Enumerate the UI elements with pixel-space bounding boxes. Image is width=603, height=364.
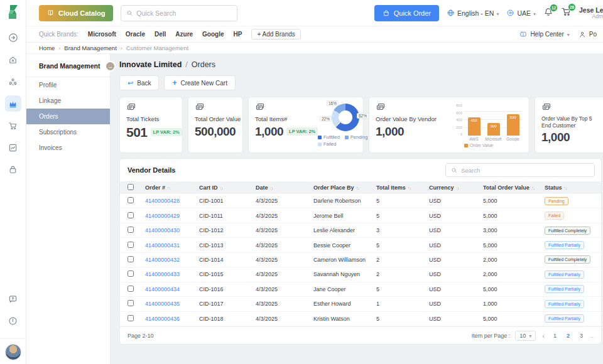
per-page-select[interactable]: 10 bbox=[515, 331, 536, 341]
cloud-catalog-button[interactable]: Cloud Catalog bbox=[39, 5, 113, 21]
portal-label: Po bbox=[589, 31, 597, 38]
placed-by-cell: Cameron Williamson bbox=[313, 257, 376, 263]
add-brands-button[interactable]: + Add Brands bbox=[251, 29, 300, 40]
help-center-dropdown[interactable]: Help Center bbox=[519, 31, 569, 38]
order-link[interactable]: 41400000429 bbox=[145, 213, 199, 219]
bar-microsoft: 300 bbox=[487, 123, 500, 136]
brand-dell[interactable]: Dell bbox=[155, 31, 166, 38]
analytics-icon[interactable] bbox=[5, 139, 21, 156]
region-dropdown[interactable]: UAE bbox=[506, 9, 536, 17]
icon-rail bbox=[0, 0, 26, 364]
sidebar-collapse-button[interactable]: → bbox=[105, 61, 116, 72]
col-total-items[interactable]: Total Items bbox=[376, 185, 429, 191]
select-all-checkbox[interactable] bbox=[128, 184, 134, 190]
col-cart-id[interactable]: Cart ID bbox=[199, 185, 256, 191]
total-tickets-card: Total Tickets 501 LP VAR: 2% bbox=[119, 97, 183, 153]
portal-menu[interactable]: Po bbox=[579, 31, 597, 38]
cart-id-cell: CID-1014 bbox=[199, 257, 256, 263]
breadcrumb-home[interactable]: Home bbox=[39, 45, 55, 51]
user-menu[interactable]: Jese Leo Adm bbox=[579, 6, 603, 20]
brand-management-icon[interactable] bbox=[5, 95, 21, 112]
order-link[interactable]: 41400000435 bbox=[145, 301, 199, 307]
sort-icon[interactable] bbox=[408, 185, 411, 191]
cart-rail-icon[interactable] bbox=[5, 117, 21, 134]
col-order[interactable]: Order # bbox=[145, 185, 199, 191]
sidebar-item-profile[interactable]: Profile bbox=[26, 77, 110, 93]
cart-id-cell: CID-1015 bbox=[199, 271, 256, 277]
order-link[interactable]: 41400000428 bbox=[145, 198, 199, 204]
quick-order-button[interactable]: Quick Order bbox=[374, 5, 439, 21]
brand-azure[interactable]: Azure bbox=[175, 31, 193, 38]
quick-search-input[interactable] bbox=[136, 9, 231, 17]
collapse-rail-icon[interactable] bbox=[5, 29, 21, 46]
placed-by-cell: Bessie Cooper bbox=[313, 242, 376, 249]
breadcrumb-brand-management[interactable]: Brand Management bbox=[64, 45, 116, 51]
col-currency[interactable]: Currency bbox=[429, 185, 483, 191]
sort-icon[interactable] bbox=[220, 185, 223, 191]
order-link[interactable]: 41400000433 bbox=[145, 271, 199, 277]
brand-oracle[interactable]: Oracle bbox=[126, 31, 145, 38]
sidebar-item-linkage[interactable]: Linkage bbox=[26, 93, 110, 109]
value-cell: 2,000 bbox=[483, 257, 545, 263]
col-order-place-by[interactable]: Order Place By bbox=[313, 185, 376, 191]
row-checkbox[interactable] bbox=[128, 256, 134, 262]
cart-button[interactable]: 26 bbox=[561, 6, 572, 19]
breadcrumb-customer-management: Customer Management bbox=[126, 45, 188, 51]
info-icon[interactable] bbox=[5, 313, 21, 329]
row-checkbox[interactable] bbox=[128, 300, 134, 306]
team-icon[interactable] bbox=[5, 73, 21, 90]
row-checkbox[interactable] bbox=[128, 315, 134, 321]
row-checkbox[interactable] bbox=[128, 197, 134, 203]
row-checkbox[interactable] bbox=[128, 242, 134, 248]
brand-microsoft[interactable]: Microsoft bbox=[88, 31, 116, 38]
page-1[interactable]: 1 bbox=[553, 333, 557, 339]
user-name: Jese Leo bbox=[579, 6, 603, 14]
user-avatar[interactable] bbox=[5, 344, 21, 360]
order-link[interactable]: 41400000432 bbox=[145, 257, 199, 263]
date-cell: 4/3/2025 bbox=[256, 301, 313, 307]
card-label: Order Value By Top 5 End Customer bbox=[541, 115, 595, 129]
table-search-input[interactable] bbox=[461, 167, 589, 174]
help-chat-icon[interactable] bbox=[5, 291, 21, 307]
table-row: 41400000436 CID-1018 4/3/2025 Kristin Wa… bbox=[120, 312, 601, 326]
status-badge: Fulfilled Partially bbox=[545, 241, 584, 249]
bag-icon[interactable] bbox=[5, 161, 21, 178]
notification-count-badge: 12 bbox=[550, 4, 558, 12]
notifications-button[interactable]: 12 bbox=[543, 7, 553, 19]
placed-by-cell: Savannah Nguyen bbox=[313, 271, 376, 277]
row-checkbox[interactable] bbox=[128, 270, 134, 277]
page-3[interactable]: 3 bbox=[580, 333, 583, 339]
row-checkbox[interactable] bbox=[128, 286, 134, 292]
sidebar-item-orders[interactable]: Orders bbox=[26, 109, 110, 124]
order-link[interactable]: 41400000436 bbox=[145, 316, 199, 322]
row-checkbox[interactable] bbox=[128, 212, 134, 218]
total-order-value-card: Total Order Value 500,000 bbox=[188, 97, 243, 153]
row-checkbox[interactable] bbox=[128, 227, 134, 233]
col-date[interactable]: Date bbox=[256, 185, 313, 191]
prev-page-icon[interactable]: ‹ bbox=[542, 332, 545, 340]
order-link[interactable]: 41400000431 bbox=[145, 242, 199, 249]
language-dropdown[interactable]: English - EN bbox=[447, 9, 499, 17]
sort-icon[interactable] bbox=[564, 185, 567, 191]
status-badge: Fulfilled Completely bbox=[545, 255, 590, 264]
create-new-cart-button[interactable]: Create New Cart bbox=[164, 75, 235, 90]
sort-icon[interactable] bbox=[167, 185, 170, 191]
quick-order-label: Quick Order bbox=[394, 9, 431, 17]
page-2[interactable]: 2 bbox=[567, 333, 570, 339]
col-total-order-value[interactable]: Total Order Value bbox=[483, 185, 545, 191]
back-button[interactable]: Back bbox=[119, 75, 159, 90]
order-link[interactable]: 41400000430 bbox=[145, 227, 199, 233]
brand-google[interactable]: Google bbox=[202, 31, 224, 38]
sort-icon[interactable] bbox=[356, 185, 359, 191]
home-icon[interactable] bbox=[5, 51, 21, 68]
sort-icon[interactable] bbox=[456, 185, 459, 191]
sidebar-item-subscriptions[interactable]: Subscriptions bbox=[26, 124, 110, 140]
donut-label-fulfilled: 62% bbox=[357, 113, 369, 119]
items-cell: 3 bbox=[376, 227, 429, 233]
sort-icon[interactable] bbox=[270, 185, 273, 191]
sidebar-item-invoices[interactable]: Invoices bbox=[26, 140, 110, 156]
brand-hp[interactable]: HP bbox=[234, 31, 242, 38]
col-status[interactable]: Status bbox=[545, 185, 601, 191]
sort-icon[interactable] bbox=[531, 185, 535, 191]
order-link[interactable]: 41400000434 bbox=[145, 286, 199, 292]
